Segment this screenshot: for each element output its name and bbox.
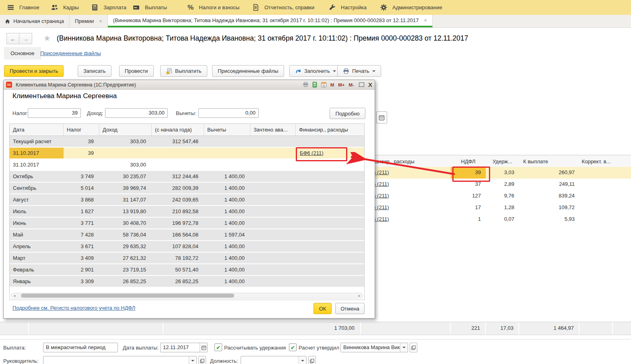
table-cell — [250, 148, 296, 158]
table-row[interactable]: Март3 40927 621,3278 192,721 400,00 — [10, 253, 364, 264]
button-label: Записать — [83, 68, 106, 74]
close-icon[interactable]: × — [424, 17, 427, 23]
bg-column-to-pay[interactable]: К выплате — [519, 155, 584, 168]
open-picker-icon[interactable] — [410, 343, 417, 352]
calc-retention-checkbox[interactable]: ✔ — [214, 343, 222, 351]
bg-column-ndfl[interactable]: НДФЛ — [451, 155, 486, 168]
column-header[interactable]: Зачтено ава... — [250, 124, 296, 136]
column-header[interactable]: (с начала года) — [152, 124, 204, 136]
open-picker-icon[interactable] — [308, 356, 316, 364]
table-cell: 1 400,00 — [204, 171, 250, 182]
tab-label: Начальная страница — [13, 18, 64, 24]
memory-plus-button[interactable]: M+ — [338, 82, 344, 87]
cancel-button[interactable]: Отмена — [335, 303, 365, 314]
tab-attached-files[interactable]: Присоединенные файлы — [40, 50, 101, 56]
table-cell — [152, 159, 204, 170]
table-cell: 1 627 — [64, 206, 99, 217]
details-button[interactable]: Подробно — [330, 108, 365, 119]
column-header[interactable]: Налог — [64, 124, 99, 136]
bg-table-cell-to_pay: 249,11 — [519, 179, 579, 190]
table-cell: 26 852,25 — [99, 276, 152, 287]
ndfl-register-link[interactable]: Подробнее см. Регистр налогового учета п… — [12, 305, 135, 311]
menu-item-salary[interactable]: Зарплата — [91, 0, 126, 15]
scroll-right-icon[interactable]: ▸ — [357, 293, 362, 298]
payment-field[interactable]: В межрасчетный период — [43, 343, 118, 352]
dropdown-caret-icon[interactable] — [400, 343, 408, 352]
bg-column-correction[interactable]: Коррект. в... — [579, 155, 613, 168]
back-button[interactable]: ← — [6, 33, 20, 44]
table-row[interactable]: Февраль2 90123 719,1550 571,401 400,00 — [10, 264, 364, 276]
menu-item-reports[interactable]: Отчетность, справки — [252, 0, 314, 15]
menu-item-administration[interactable]: Администрирование — [380, 0, 442, 15]
tab-premiya-document[interactable]: (Винникова Марина Викторовна; Титова Над… — [108, 15, 433, 27]
dialog-titlebar[interactable]: 1С Климентьева Марина Сергеевна (1С:Пред… — [4, 80, 375, 90]
memory-button[interactable]: M — [330, 82, 334, 87]
table-cell: 1 400,00 — [204, 276, 250, 287]
table-row[interactable]: Апрель3 67129 635,32107 828,041 400,00 — [10, 241, 364, 253]
close-icon[interactable]: × — [99, 18, 102, 24]
table-row[interactable]: Текущий расчет39303,00312 547,46 — [10, 136, 364, 148]
column-header[interactable]: Вычеты — [204, 124, 250, 136]
bg-table-cell-corr — [579, 202, 613, 214]
approved-checkbox[interactable]: ✔ — [289, 343, 297, 351]
table-cell: 303,00 — [99, 159, 152, 170]
attached-files-button[interactable]: Присоединенные файлы — [212, 65, 284, 77]
menu-item-settings[interactable]: Настройка — [329, 0, 367, 15]
scroll-left-icon[interactable]: ◂ — [12, 293, 17, 298]
table-row[interactable]: Июнь3 77130 408,70196 972,781 400,00 — [10, 218, 364, 229]
menu-item-staff[interactable]: Кадры — [51, 0, 79, 15]
menu-item-main[interactable]: Главное — [7, 0, 39, 15]
pay-date-field[interactable]: 12.11.2017 — [160, 343, 208, 352]
save-button[interactable]: Записать — [78, 65, 111, 77]
bg-column-withheld[interactable]: Удерж... — [486, 155, 520, 168]
totals-cell — [9, 322, 29, 335]
table-cell — [250, 159, 296, 170]
tab-main-section[interactable]: Основное — [4, 47, 41, 60]
table-cell — [152, 148, 204, 158]
horizontal-scrollbar[interactable]: ◂ ▸ — [11, 293, 363, 298]
income-field[interactable]: 303,00 — [105, 108, 168, 118]
tab-premii[interactable]: Премии × — [70, 15, 108, 27]
forward-button[interactable]: → — [19, 33, 32, 44]
approver-field[interactable]: Винникова Марина Виктор — [340, 343, 408, 352]
dropdown-caret-icon[interactable] — [299, 356, 306, 364]
table-row[interactable]: Сентябрь5 01439 969,74282 009,391 400,00 — [10, 183, 364, 194]
open-picker-icon[interactable] — [198, 356, 206, 364]
table-row[interactable]: Октябрь3 74930 235,07312 244,461 400,00 — [10, 171, 364, 183]
print-button[interactable]: Печать — [337, 65, 381, 77]
calendar-icon[interactable] — [200, 343, 207, 352]
column-header[interactable]: Доход — [99, 124, 152, 136]
table-row[interactable]: Январь3 30926 852,2526 852,251 400,00 — [10, 276, 364, 288]
deduction-field[interactable]: 0,00 — [198, 108, 259, 118]
table-row[interactable]: Август3 86831 147,07242 039,651 400,00 — [10, 194, 364, 206]
fill-button[interactable]: Заполнить — [289, 65, 342, 77]
tax-field[interactable]: 39 — [28, 108, 81, 118]
calc-window-icon[interactable] — [312, 82, 318, 88]
close-icon[interactable]: X — [368, 81, 372, 88]
star-icon[interactable]: ★ — [43, 33, 51, 43]
calendar-button[interactable] — [376, 111, 387, 123]
print-preview-icon[interactable] — [303, 82, 309, 88]
ok-button[interactable]: ОК — [313, 303, 332, 314]
tab-home[interactable]: Начальная страница — [0, 15, 70, 27]
memory-minus-button[interactable]: M- — [349, 82, 354, 87]
column-header[interactable]: Финансир., расходы — [296, 124, 364, 136]
post-and-close-button[interactable]: Провести и закрыть — [4, 65, 64, 77]
button-label: Присоединенные файлы — [218, 68, 278, 74]
maximize-icon[interactable] — [359, 82, 364, 87]
table-row[interactable]: Июль1 62713 919,80210 892,581 400,00 — [10, 206, 364, 218]
menu-item-taxes[interactable]: % Налоги и взносы — [188, 0, 239, 15]
dropdown-caret-icon[interactable] — [189, 356, 196, 364]
calendar-window-icon[interactable]: 31 — [321, 82, 327, 88]
scrollbar-thumb[interactable] — [21, 294, 234, 298]
position-field[interactable] — [241, 356, 307, 364]
pay-button[interactable]: Выплатить — [160, 65, 207, 77]
menu-item-payments[interactable]: Выплаты — [133, 0, 167, 15]
column-header[interactable]: Дата — [10, 124, 64, 136]
table-cell: 30 408,70 — [99, 218, 152, 228]
manager-field[interactable] — [43, 356, 197, 364]
table-row[interactable]: Май7 42858 736,04166 564,081 597,04 — [10, 229, 364, 241]
post-button[interactable]: Провести — [119, 65, 154, 77]
button-label: ОК — [319, 306, 326, 312]
table-cell: 1 400,00 — [204, 264, 250, 275]
